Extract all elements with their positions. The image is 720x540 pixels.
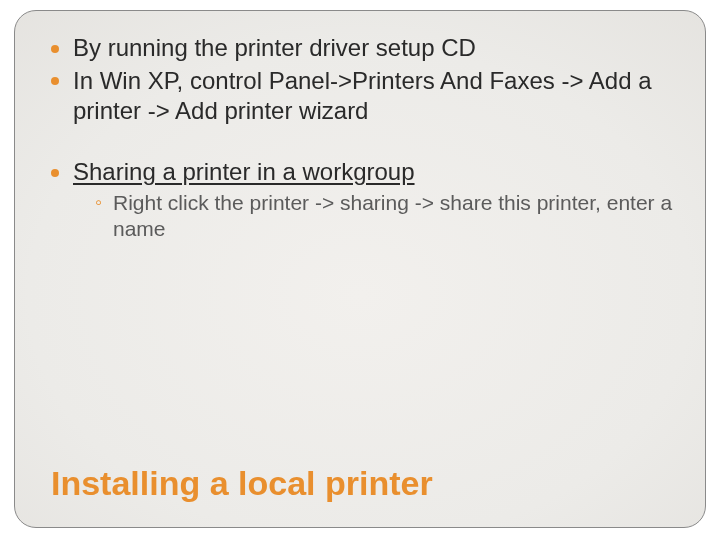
bullet-text: By running the printer driver setup CD xyxy=(73,34,476,61)
sub-bullet-text: Right click the printer -> sharing -> sh… xyxy=(113,191,672,240)
bullet-text: In Win XP, control Panel->Printers And F… xyxy=(73,67,652,125)
spacer xyxy=(47,129,677,157)
slide-title: Installing a local printer xyxy=(47,464,677,509)
slide-panel: By running the printer driver setup CD I… xyxy=(14,10,706,528)
sub-bullet-list: Right click the printer -> sharing -> sh… xyxy=(73,190,677,243)
slide: By running the printer driver setup CD I… xyxy=(0,0,720,540)
list-item: Sharing a printer in a workgroup Right c… xyxy=(47,157,677,242)
list-item: By running the printer driver setup CD xyxy=(47,33,677,64)
list-item: In Win XP, control Panel->Printers And F… xyxy=(47,66,677,127)
slide-content: By running the printer driver setup CD I… xyxy=(47,33,677,464)
bullet-list: By running the printer driver setup CD I… xyxy=(47,33,677,127)
bullet-list-section: Sharing a printer in a workgroup Right c… xyxy=(47,157,677,242)
sub-list-item: Right click the printer -> sharing -> sh… xyxy=(95,190,677,243)
section-heading: Sharing a printer in a workgroup xyxy=(73,158,415,185)
